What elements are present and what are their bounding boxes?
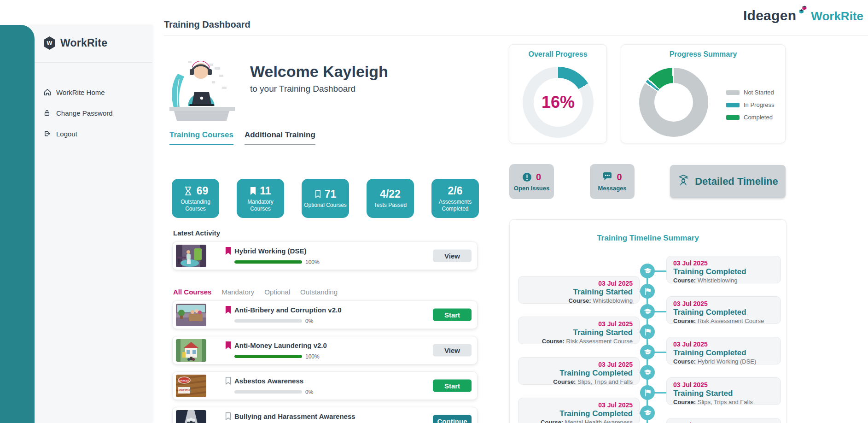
timeline-item-action: Training Completed (673, 267, 774, 276)
stat-card-tests-passed[interactable]: 4/22Tests Passed (367, 179, 414, 218)
timeline-item-course: Course: Whistleblowing (525, 297, 633, 304)
overall-progress-donut: 16% (523, 67, 594, 138)
course-list: Anti-Bribery and Corruption v2.00%StartA… (172, 300, 478, 423)
course-action-button[interactable]: View (433, 250, 472, 262)
timeline-connector (653, 311, 667, 312)
legend-swatch (726, 103, 740, 107)
timeline-connector (653, 270, 667, 272)
course-action-button[interactable]: Start (433, 309, 472, 321)
alert-icon (522, 172, 532, 182)
progress-summary-donut (639, 68, 708, 137)
course-row: Hybrid Working (DSE)100%View (172, 241, 478, 270)
scholar-icon (677, 174, 689, 189)
progress-bar (234, 390, 302, 394)
timeline-item-action: Training Started (525, 328, 633, 337)
progress-bar (234, 260, 302, 264)
sidebar-brand-name: WorkRite (60, 37, 107, 49)
timeline-item-action: Training Completed (525, 409, 633, 418)
bookmark-icon (225, 341, 232, 350)
filter-all-courses[interactable]: All Courses (173, 288, 211, 296)
filter-outstanding[interactable]: Outstanding (300, 288, 338, 296)
timeline-item-date: 03 Jul 2025 (525, 280, 633, 287)
training-timeline-title: Training Timeline Summary (510, 234, 786, 243)
quick-stat-messages[interactable]: 0Messages (590, 164, 635, 199)
progress-bar (234, 355, 302, 358)
timeline-item-date: 03 Jul 2025 (673, 381, 774, 388)
bookmark-outline (315, 190, 321, 199)
timeline-item: 03 Jul 2025Training StartedCourse: Whist… (518, 276, 640, 304)
stat-card-outstanding-courses[interactable]: 69Outstanding Courses (172, 179, 219, 218)
bookmark-filled (250, 187, 256, 195)
progress-label: 100% (305, 259, 320, 265)
bookmark-icon (225, 247, 232, 255)
progress-summary-title: Progress Summary (621, 50, 785, 59)
stat-card-assessments-completed[interactable]: 2/6Assessments Completed (431, 179, 479, 218)
filter-mandatory[interactable]: Mandatory (221, 288, 254, 296)
course-thumbnail: DANGERASBESTOS (176, 375, 206, 397)
timeline-item: 03 Jul 2025Training CompletedCourse: Men… (518, 398, 640, 423)
timeline-item: 03 Jul 2025Training CompletedCourse: Whi… (666, 256, 781, 283)
timeline-item-date: 03 Jul 2025 (673, 300, 774, 307)
course-row: Anti-Bribery and Corruption v2.00%Start (172, 300, 478, 329)
timeline-item-date: 03 Jul 2025 (525, 320, 633, 328)
timeline-item-action: Training Completed (673, 308, 774, 317)
graduation-cap-icon (640, 345, 655, 359)
welcome-title: Welcome Kayleigh (250, 63, 388, 81)
tab-additional-training[interactable]: Additional Training (245, 130, 315, 145)
quick-stat-open-issues[interactable]: 0Open Issues (509, 164, 554, 199)
course-action-button[interactable]: View (433, 344, 472, 357)
timeline-item: 03 Jul 2025 (666, 418, 781, 423)
sidebar-panel (28, 25, 152, 423)
course-title: Asbestos Awareness (234, 377, 303, 385)
detailed-timeline-button[interactable]: Detailed Timeline (670, 165, 786, 198)
svg-text:DANGER: DANGER (179, 379, 189, 382)
flag-icon (640, 284, 655, 299)
timeline-item-course: Course: Risk Assessment Course (673, 317, 774, 324)
timeline-connector (653, 352, 667, 353)
sidebar-item-logout[interactable]: Logout (43, 127, 145, 140)
training-dashboard-app: W WorkRite WorkRite HomeChange PasswordL… (0, 0, 868, 423)
timeline-item: 03 Jul 2025Training CompletedCourse: Ris… (666, 296, 781, 324)
quick-stat-value: 0 (617, 172, 622, 182)
course-thumbnail (176, 245, 206, 267)
sidebar-menu: WorkRite HomeChange PasswordLogout (43, 86, 145, 148)
progress-label: 100% (305, 353, 320, 360)
svg-text:W: W (47, 40, 52, 47)
sidebar-brand: W WorkRite (43, 36, 107, 50)
chat-icon (602, 172, 612, 182)
ideagen-cubes-icon (799, 6, 807, 17)
course-action-button[interactable]: Start (433, 380, 472, 392)
course-thumbnail (176, 304, 206, 326)
timeline-item-course: Course: Hybrid Working (DSE) (673, 358, 774, 365)
sidebar-divider (35, 62, 152, 63)
stat-card-row: 69Outstanding Courses11Mandatory Courses… (172, 179, 479, 218)
progress-bar (234, 319, 302, 323)
timeline-item-action: Training Completed (525, 369, 633, 378)
quick-stats-row: 0Open Issues0Messages (509, 164, 635, 199)
timeline-item-date: 03 Jul 2025 (673, 341, 774, 348)
timeline-item-course: Course: Whistleblowing (673, 277, 774, 284)
workrite-logo-text: WorkRite (811, 9, 863, 24)
sidebar-item-change-password[interactable]: Change Password (43, 106, 145, 119)
overall-progress-value: 16% (542, 93, 575, 112)
filter-optional[interactable]: Optional (264, 288, 290, 296)
progress-summary-card: Progress Summary Not StartedIn ProgressC… (621, 44, 786, 143)
progress-label: 0% (305, 318, 313, 324)
legend-swatch (726, 115, 740, 120)
stat-card-mandatory-courses[interactable]: 11Mandatory Courses (237, 179, 284, 218)
course-title: Anti-Money Laundering v2.0 (234, 341, 327, 349)
tab-training-courses[interactable]: Training Courses (169, 130, 233, 145)
progress-summary-legend: Not StartedIn ProgressCompleted (726, 89, 774, 126)
graduation-cap-icon (640, 405, 655, 420)
sidebar-item-workrite-home[interactable]: WorkRite Home (43, 86, 145, 99)
timeline-item: 03 Jul 2025Training CompletedCourse: Hyb… (666, 337, 781, 364)
timeline-connector (653, 392, 667, 394)
stat-card-optional-courses[interactable]: 71Optional Courses (302, 179, 349, 218)
timeline-item-date: 03 Jul 2025 (673, 259, 774, 267)
course-title: Hybrid Working (DSE) (234, 247, 306, 255)
sidebar-rail (0, 25, 35, 423)
course-action-button[interactable]: Continue (433, 415, 472, 423)
tab-bar: Training CoursesAdditional Training (169, 130, 315, 145)
timeline-item-action: Training Started (673, 389, 774, 398)
course-thumbnail (176, 410, 206, 423)
